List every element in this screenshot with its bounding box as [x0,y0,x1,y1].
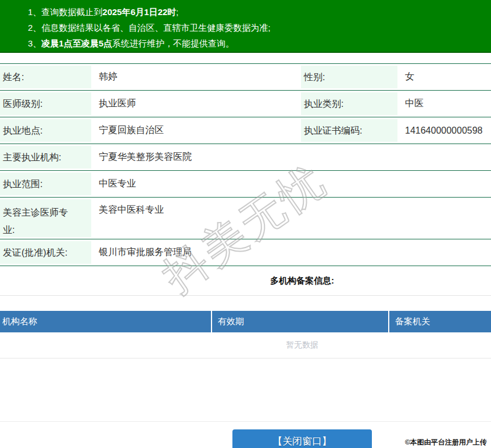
field-label: 执业地点: [0,117,91,144]
field-label-text: 执业范围: [0,173,91,195]
field-label-text: 医师级别: [0,92,91,115]
profile-row: 发证(批准)机关: 银川市审批服务管理局 [0,239,491,266]
field-value: 韩婷 [91,64,301,90]
notice-text: 3、 [28,38,41,48]
field-label: 执业类别: [301,91,397,117]
field-label-text: 姓名: [0,66,91,88]
profile-row: 主要执业机构: 宁夏华美整形美容医院 [0,144,491,171]
page-content: 1、查询数据截止到2025年6月1日22时; 2、信息数据结果以各省、自治区、直… [0,0,491,448]
notice-banner: 1、查询数据截止到2025年6月1日22时; 2、信息数据结果以各省、自治区、直… [0,0,491,53]
profile-row: 美容主诊医师专业: 美容中医科专业 [0,198,491,239]
field-value: 宁夏回族自治区 [91,117,301,144]
field-label: 主要执业机构: [0,144,91,170]
profile-row: 执业范围: 中医专业 [0,171,491,198]
column-header-validity: 有效期 [212,311,389,332]
notice-text: ; [176,7,178,17]
filing-table-header: 机构名称 有效期 备案机关 [0,311,491,332]
profile-row: 姓名: 韩婷 性别: 女 [0,64,491,91]
field-value: 美容中医科专业 [91,198,491,239]
notice-line-1: 1、查询数据截止到2025年6月1日22时; [28,4,491,20]
notice-line-3: 3、凌晨1点至凌晨5点系统进行维护，不能提供查询。 [28,35,491,51]
field-label-text: 执业地点: [0,119,91,142]
field-label: 性别: [301,64,397,90]
profile-row: 医师级别: 执业医师 执业类别: 中医 [0,91,491,117]
field-value: 执业医师 [91,91,301,117]
field-label: 美容主诊医师专业: [0,198,91,239]
column-header-institution: 机构名称 [0,311,212,332]
divider [0,295,491,296]
close-window-button[interactable]: 【关闭窗口】 [232,429,372,448]
notice-text: 系统进行维护，不能提供查询。 [112,38,234,48]
field-label: 执业证书编码: [301,117,397,144]
section-title-filing: 多机构备案信息: [0,266,491,295]
field-value: 中医专业 [91,171,491,197]
empty-state: 暂无数据 [0,332,491,359]
field-value: 女 [397,64,491,90]
field-label-text: 执业证书编码: [301,119,397,142]
column-header-authority: 备案机关 [389,311,491,332]
field-label: 医师级别: [0,91,91,117]
field-value: 银川市审批服务管理局 [91,239,491,266]
field-value: 141640000000598 [397,117,491,144]
field-value: 宁夏华美整形美容医院 [91,144,491,170]
notice-line-2: 2、信息数据结果以各省、自治区、直辖市卫生健康委数据为准; [28,20,491,35]
spacer [0,359,491,421]
divider [0,421,491,422]
notice-bold: 2025年6月1日22时 [102,7,176,17]
field-label: 发证(批准)机关: [0,239,91,266]
field-label: 姓名: [0,64,91,90]
profile-table: 姓名: 韩婷 性别: 女 医师级别: 执业医师 执业类别: 中医 执业地点: 宁… [0,63,491,266]
notice-bold: 凌晨1点至凌晨5点 [41,38,112,48]
notice-text: 1、查询数据截止到 [28,7,102,17]
field-label: 执业范围: [0,171,91,197]
notice-text: 2、信息数据结果以各省、自治区、直辖市卫生健康委数据为准; [28,23,271,33]
field-label-text: 发证(批准)机关: [0,241,91,264]
copyright-watermark: ©本图由平台注册用户上传 [405,438,487,447]
field-label-text: 美容主诊医师专业: [0,199,91,237]
field-label-text: 执业类别: [301,92,397,115]
profile-row: 执业地点: 宁夏回族自治区 执业证书编码: 141640000000598 [0,117,491,144]
field-value: 中医 [397,91,491,117]
field-label-text: 主要执业机构: [0,146,91,169]
field-label-text: 性别: [301,66,397,88]
